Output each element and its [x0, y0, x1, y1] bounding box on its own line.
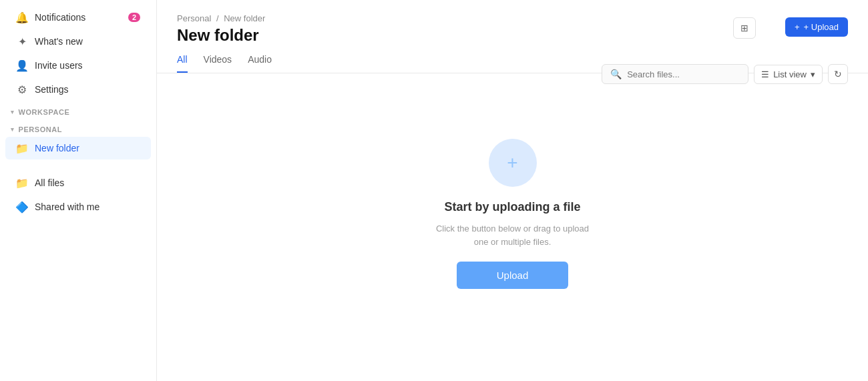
plus-icon: + — [795, 22, 800, 32]
shared-icon: 🔷 — [16, 201, 28, 213]
folder-icon: 📁 — [16, 142, 28, 154]
refresh-button[interactable]: ↻ — [828, 64, 848, 84]
bell-icon: 🔔 — [16, 11, 28, 23]
upload-circle: + — [489, 139, 537, 187]
upload-top-label: + Upload — [804, 22, 839, 32]
sidebar-item-shared-with-me[interactable]: 🔷 Shared with me — [5, 196, 151, 218]
search-box: 🔍 — [602, 64, 748, 84]
sidebar-all-files-label: All files — [35, 177, 64, 188]
sidebar-item-whats-new[interactable]: ✦ What's new — [5, 30, 151, 53]
breadcrumb-parent[interactable]: Personal — [177, 13, 211, 23]
tab-videos[interactable]: Videos — [204, 54, 232, 73]
sidebar-item-notifications[interactable]: 🔔 Notifications 2 — [5, 6, 151, 29]
search-input[interactable] — [627, 69, 740, 79]
empty-desc-line2: one or multiple files. — [474, 237, 552, 247]
sidebar-notifications-label: Notifications — [35, 12, 85, 23]
tab-audio[interactable]: Audio — [248, 54, 272, 73]
gear-icon: ⚙ — [16, 83, 28, 95]
empty-state-description: Click the button below or drag to upload… — [436, 222, 589, 248]
search-icon: 🔍 — [610, 69, 622, 79]
refresh-icon: ↻ — [834, 69, 842, 79]
workspace-label: WORKSPACE — [19, 108, 70, 116]
save-icon: ⊞ — [740, 23, 748, 33]
sidebar-whats-new-label: What's new — [35, 36, 83, 47]
sidebar: 🔔 Notifications 2 ✦ What's new 👤 Invite … — [0, 0, 157, 381]
sidebar-settings-label: Settings — [35, 84, 69, 95]
tab-all[interactable]: All — [177, 54, 188, 73]
save-button[interactable]: ⊞ — [733, 17, 756, 39]
sidebar-item-all-files[interactable]: 📁 All files — [5, 171, 151, 194]
sidebar-shared-label: Shared with me — [35, 202, 99, 212]
main-content: Personal / New folder New folder All Vid… — [157, 0, 868, 381]
list-view-button[interactable]: ☰ List view ▾ — [754, 65, 823, 84]
plus-icon: + — [507, 152, 517, 173]
sidebar-item-settings[interactable]: ⚙ Settings — [5, 78, 151, 101]
breadcrumb-current: New folder — [224, 13, 265, 23]
empty-state-title: Start by uploading a file — [444, 200, 580, 214]
breadcrumb-separator: / — [216, 13, 219, 23]
sidebar-item-new-folder[interactable]: 📁 New folder — [5, 137, 151, 159]
main-header: Personal / New folder New folder All Vid… — [157, 0, 868, 73]
empty-state: + Start by uploading a file Click the bu… — [157, 73, 868, 381]
sidebar-item-invite-users[interactable]: 👤 Invite users — [5, 54, 151, 77]
personal-section[interactable]: ▾ PERSONAL — [0, 119, 156, 136]
sidebar-invite-label: Invite users — [35, 60, 83, 71]
header-area: Personal / New folder New folder All Vid… — [157, 0, 868, 73]
chevron-down-icon: ▾ — [811, 69, 815, 79]
chevron-down-icon: ▾ — [11, 109, 15, 115]
notifications-badge: 2 — [128, 13, 140, 22]
upload-button-top[interactable]: + + Upload — [785, 17, 848, 37]
chevron-down-icon-personal: ▾ — [11, 126, 15, 133]
empty-desc-line1: Click the button below or drag to upload — [436, 224, 589, 234]
user-plus-icon: 👤 — [16, 59, 28, 71]
workspace-section[interactable]: ▾ WORKSPACE — [0, 101, 156, 119]
personal-label: PERSONAL — [19, 125, 63, 133]
star-icon: ✦ — [16, 35, 28, 47]
sidebar-new-folder-label: New folder — [35, 143, 79, 153]
all-files-icon: 📁 — [16, 177, 28, 189]
toolbar-right: 🔍 ☰ List view ▾ ↻ — [602, 64, 848, 84]
upload-button-main[interactable]: Upload — [457, 262, 569, 289]
list-view-icon: ☰ — [761, 69, 769, 79]
list-view-label: List view — [773, 69, 807, 79]
